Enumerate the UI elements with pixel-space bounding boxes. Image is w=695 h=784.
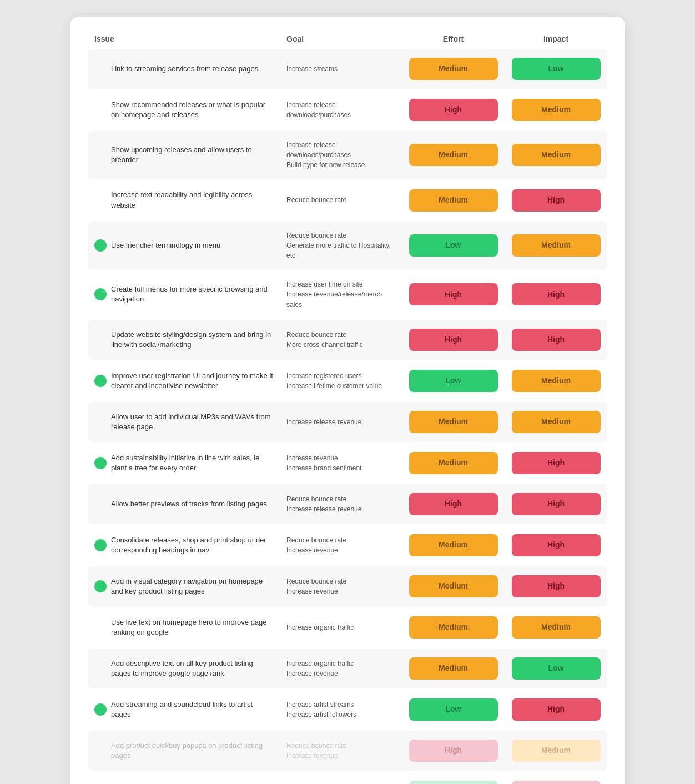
cell-issue: Improve user registration UI and journey… (88, 368, 280, 394)
impact-badge: High (512, 189, 601, 212)
effort-badge: Medium (409, 144, 498, 166)
issue-label: Link to streaming services from release … (111, 64, 258, 74)
issue-label: Allow user to add individual MP3s and WA… (111, 412, 273, 432)
status-dot (94, 288, 107, 300)
no-dot-spacer (94, 334, 107, 346)
cell-effort: High (402, 490, 505, 519)
cell-effort: High (402, 325, 505, 354)
cell-goal: Reduce bounce rate Increase user time on… (280, 778, 402, 785)
no-dot-spacer (94, 63, 107, 75)
cell-impact: High (505, 280, 607, 309)
goal-label: Reduce bounce rate Increase release reve… (286, 495, 361, 513)
header-goal: Goal (280, 34, 402, 43)
effort-badge: High (409, 329, 498, 351)
cell-impact: High (505, 531, 607, 560)
table-row: Add sustainability initiative in line wi… (88, 443, 607, 483)
goal-label: Increase organic traffic Increase revenu… (286, 660, 354, 677)
effort-badge: Medium (409, 58, 498, 80)
impact-badge: High (512, 493, 601, 515)
issue-label: Create full menus for more specific brow… (111, 284, 273, 304)
impact-badge: High (512, 534, 601, 556)
effort-badge: Medium (409, 534, 498, 556)
cell-issue: Allow user to add individual MP3s and WA… (88, 409, 280, 435)
issue-label: Update website styling/design system and… (111, 330, 273, 350)
no-dot-spacer (94, 662, 107, 675)
effort-badge: High (409, 493, 498, 515)
impact-badge: Medium (512, 370, 601, 392)
cell-effort: Low (402, 695, 505, 724)
effort-badge: High (409, 283, 498, 305)
cell-issue: Add streaming and soundcloud links to ar… (88, 696, 280, 723)
cell-effort: Medium (402, 186, 505, 215)
table-row: Allow user to add individual MP3s and WA… (88, 402, 607, 442)
impact-badge: High (512, 283, 601, 305)
cell-goal: Increase user time on site Increase reve… (280, 276, 402, 313)
cell-goal: Increase release revenue (280, 414, 402, 430)
cell-effort: Medium (402, 572, 505, 601)
table-body: Link to streaming services from release … (88, 49, 607, 784)
issue-label: Consolidate releases, shop and print sho… (111, 535, 273, 555)
cell-issue: Update website styling/design system and… (88, 326, 280, 353)
impact-badge: High (512, 698, 601, 721)
effort-badge: Medium (409, 657, 498, 680)
cell-impact: High (505, 490, 607, 519)
goal-label: Increase organic traffic (286, 624, 354, 631)
goal-label: Increase artist streams Increase artist … (286, 701, 356, 718)
cell-impact: Medium (505, 96, 607, 124)
impact-badge: High (512, 575, 601, 597)
issue-label: Add product quickbuy popups on product l… (111, 741, 273, 761)
table-row: Add in visual category navigation on hom… (88, 566, 607, 606)
cell-impact: Medium (505, 231, 607, 260)
cell-issue: Increase text readability and legibility… (88, 187, 280, 213)
cell-goal: Increase artist streams Increase artist … (280, 696, 402, 723)
effort-badge: Low (409, 234, 498, 257)
impact-badge: Medium (512, 99, 601, 121)
cell-goal: Reduce bounce rate Increase revenue (280, 737, 402, 764)
table-header: Issue Goal Effort Impact (88, 34, 607, 49)
cell-goal: Increase organic traffic (280, 619, 402, 636)
issue-label: Show recommended releases or what is pop… (111, 100, 273, 120)
table-row: Link to streaming services from release … (88, 49, 607, 89)
goal-label: Reduce bounce rate (286, 196, 346, 204)
header-effort: Effort (402, 34, 505, 43)
effort-badge: Low (409, 781, 498, 784)
table-row: Add product quickbuy popups on product l… (88, 731, 607, 771)
cell-effort: High (402, 736, 505, 765)
goal-label: Increase streams (286, 65, 338, 73)
status-dot (94, 703, 107, 716)
cell-impact: Low (505, 54, 607, 83)
cell-effort: Medium (402, 449, 505, 478)
cell-effort: Medium (402, 613, 505, 642)
cell-goal: Reduce bounce rate More cross-channel tr… (280, 326, 402, 353)
goal-label: Reduce bounce rate More cross-channel tr… (286, 331, 363, 349)
cell-effort: Medium (402, 531, 505, 560)
goal-label: Reduce bounce rate Generate more traffic… (286, 232, 391, 259)
cell-issue: Add product quickbuy popups on product l… (88, 737, 280, 764)
cell-impact: Medium (505, 140, 607, 169)
cell-effort: Medium (402, 140, 505, 169)
effort-badge: Medium (409, 411, 498, 433)
effort-badge: High (409, 99, 498, 121)
issue-label: Improve user registration UI and journey… (111, 371, 273, 391)
no-dot-spacer (94, 104, 107, 116)
impact-badge: Medium (512, 616, 601, 639)
cell-effort: Low (402, 777, 505, 784)
cell-issue: Show upcoming releases and allow users t… (88, 142, 280, 168)
goal-label: Reduce bounce rate Increase revenue (286, 577, 346, 595)
header-impact: Impact (505, 34, 607, 43)
issue-label: Add sustainability initiative in line wi… (111, 453, 273, 473)
cell-goal: Reduce bounce rate (280, 192, 402, 208)
effort-badge: Medium (409, 575, 498, 597)
cell-effort: Medium (402, 654, 505, 683)
cell-issue: Create full menus for more specific brow… (88, 281, 280, 308)
table-row: Add descriptive text on all key product … (88, 649, 607, 688)
impact-badge: Medium (512, 234, 601, 257)
impact-badge: High (512, 329, 601, 351)
cell-impact: Medium (505, 366, 607, 395)
no-dot-spacer (94, 194, 107, 207)
cell-impact: Low (505, 654, 607, 683)
impact-badge: Medium (512, 411, 601, 433)
cell-goal: Increase revenue Increase brand sentimen… (280, 450, 402, 476)
cell-issue: Allow better previews of tracks from lis… (88, 495, 280, 514)
status-dot (94, 580, 107, 592)
